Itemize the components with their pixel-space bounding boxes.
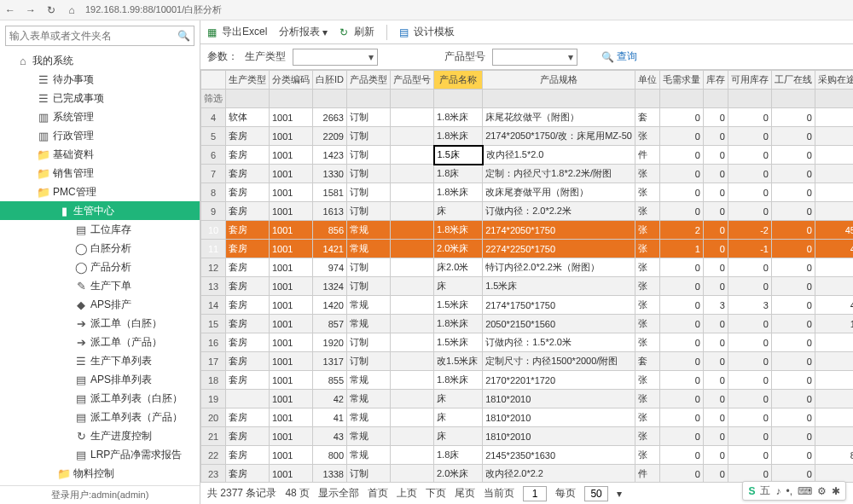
grid-cell[interactable]: 0 (703, 258, 728, 277)
pager-last[interactable]: 尾页 (455, 486, 475, 501)
grid-cell[interactable]: 套房 (226, 240, 270, 258)
tree-item[interactable]: ▤派工单列表（白胚） (0, 389, 200, 408)
ime-settings-icon[interactable]: ⚙ (817, 485, 827, 497)
grid-cell[interactable]: 20 (201, 408, 226, 427)
grid-cell[interactable]: 1.8米床 (434, 108, 483, 127)
grid-cell[interactable] (815, 277, 853, 296)
grid-cell[interactable]: 0 (659, 277, 703, 296)
grid-cell[interactable]: 床 (434, 202, 483, 221)
table-row[interactable]: 21套房100143常规床1810*2010张00000 (201, 427, 854, 446)
grid-cell[interactable]: 特订内径2.0*2.2米（附图） (483, 258, 635, 277)
col-header[interactable]: 生产类型 (226, 71, 270, 90)
filter-cell[interactable] (483, 90, 635, 108)
table-row[interactable]: 19100142常规床1810*2010张00000 (201, 390, 854, 408)
grid-cell[interactable]: 0 (659, 296, 703, 315)
grid-cell[interactable]: 15 (201, 315, 226, 333)
filter-cell[interactable] (635, 90, 659, 108)
sidebar-search[interactable]: 🔍 (5, 26, 194, 46)
grid-cell[interactable]: 0 (659, 371, 703, 390)
grid-cell[interactable]: 常规 (347, 315, 391, 333)
grid-cell[interactable]: 张 (635, 408, 659, 427)
export-excel-button[interactable]: ▦ 导出Excel (207, 25, 267, 39)
grid-cell[interactable]: 0 (771, 315, 815, 333)
pager-per-input[interactable] (584, 486, 608, 501)
grid-cell[interactable]: 订做内径：1.5*2.0米 (483, 333, 635, 352)
col-header[interactable]: 工厂在线 (771, 71, 815, 90)
grid-cell[interactable]: 1001 (270, 277, 313, 296)
grid-cell[interactable]: 套房 (226, 221, 270, 240)
grid-cell[interactable]: 1001 (270, 221, 313, 240)
table-row[interactable]: 12套房1001974订制床2.0米特订内径2.0*2.2米（附图）张00000 (201, 258, 854, 277)
table-row[interactable]: 5套房10012209订制1.8米床2174*2050*1750/改：床尾用MZ… (201, 127, 854, 146)
grid-cell[interactable]: 0 (659, 333, 703, 352)
grid-cell[interactable] (391, 465, 434, 483)
grid-cell[interactable]: 1920 (313, 333, 347, 352)
grid-cell[interactable]: 0 (728, 408, 771, 427)
grid-cell[interactable]: 1581 (313, 183, 347, 202)
grid-cell[interactable] (391, 352, 434, 371)
grid-cell[interactable]: 0 (659, 390, 703, 408)
grid-cell[interactable]: 件 (635, 146, 659, 165)
grid-cell[interactable]: 1.8床 (434, 165, 483, 183)
grid-cell[interactable] (815, 408, 853, 427)
filter-cell[interactable]: 筛选 (201, 90, 226, 108)
grid-cell[interactable]: 套房 (226, 352, 270, 371)
grid-cell[interactable]: 套房 (226, 202, 270, 221)
grid-cell[interactable]: 855 (313, 371, 347, 390)
filter-cell[interactable] (703, 90, 728, 108)
grid-cell[interactable]: 9 (201, 202, 226, 221)
grid-cell[interactable]: 常规 (347, 427, 391, 446)
grid-cell[interactable] (815, 333, 853, 352)
grid-cell[interactable]: 0 (703, 108, 728, 127)
grid-cell[interactable]: 张 (635, 427, 659, 446)
tree-item[interactable]: ◆APS排产 (0, 295, 200, 314)
grid-cell[interactable]: 订制 (347, 165, 391, 183)
grid-cell[interactable]: 0 (659, 146, 703, 165)
analysis-report-button[interactable]: 分析报表 ▾ (279, 25, 328, 39)
grid-cell[interactable]: 800 (313, 446, 347, 465)
grid-cell[interactable]: 0 (703, 277, 728, 296)
grid-cell[interactable] (815, 127, 853, 146)
grid-cell[interactable] (391, 315, 434, 333)
grid-cell[interactable]: 0 (771, 333, 815, 352)
grid-cell[interactable]: 0 (659, 258, 703, 277)
filter-cell[interactable] (815, 90, 853, 108)
grid-cell[interactable]: 0 (771, 183, 815, 202)
grid-cell[interactable]: 6 (201, 146, 226, 165)
tree-item[interactable]: ▥行政管理 (0, 126, 200, 145)
grid-cell[interactable]: 0 (703, 390, 728, 408)
tree-root[interactable]: ⌂ 我的系统 (0, 51, 200, 70)
grid-cell[interactable]: 1001 (270, 240, 313, 258)
grid-cell[interactable]: 1001 (270, 165, 313, 183)
data-grid[interactable]: 生产类型分类编码白胚ID产品类型产品型号产品名称产品规格单位毛需求量库存可用库存… (200, 70, 853, 482)
grid-cell[interactable]: 1810*2010 (483, 390, 635, 408)
grid-cell[interactable]: 1317 (313, 352, 347, 371)
grid-cell[interactable] (391, 183, 434, 202)
grid-cell[interactable]: 0 (771, 352, 815, 371)
grid-cell[interactable]: 1001 (270, 333, 313, 352)
grid-cell[interactable]: 订制 (347, 202, 391, 221)
grid-cell[interactable]: -2 (728, 221, 771, 240)
grid-cell[interactable] (815, 465, 853, 483)
col-header[interactable]: 产品规格 (483, 71, 635, 90)
col-header[interactable]: 产品类型 (347, 71, 391, 90)
grid-cell[interactable] (391, 127, 434, 146)
grid-cell[interactable]: 0 (728, 127, 771, 146)
grid-cell[interactable]: 0 (728, 202, 771, 221)
grid-cell[interactable]: 0 (703, 315, 728, 333)
grid-cell[interactable]: 0 (703, 333, 728, 352)
search-input[interactable] (9, 30, 177, 42)
query-button[interactable]: 🔍 查询 (601, 49, 637, 64)
grid-cell[interactable]: 张 (635, 333, 659, 352)
grid-cell[interactable]: 0 (771, 258, 815, 277)
grid-cell[interactable]: 0 (659, 315, 703, 333)
tree-item[interactable]: ▤派工单列表（产品） (0, 408, 200, 426)
tree-item[interactable]: ➔派工单（产品） (0, 333, 200, 351)
grid-cell[interactable]: 0 (728, 165, 771, 183)
table-row[interactable]: 20套房100141常规床1810*2010张00000 (201, 408, 854, 427)
ime-mode[interactable]: 五 (760, 484, 770, 498)
grid-cell[interactable]: 16 (201, 333, 226, 352)
grid-cell[interactable]: 856 (313, 221, 347, 240)
table-row[interactable]: 23套房10011338订制2.0米床改内径2.0*2.2件00000 (201, 465, 854, 483)
filter-cell[interactable] (347, 90, 391, 108)
